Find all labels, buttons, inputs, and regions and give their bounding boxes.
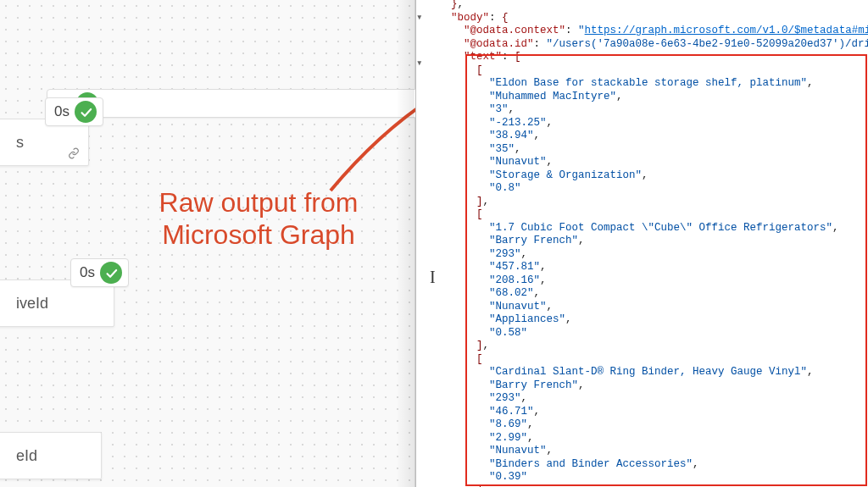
step-duration: 0s <box>80 264 95 281</box>
flow-step-card[interactable]: eId <box>0 432 102 479</box>
step-status-badge: 0s <box>45 97 103 126</box>
link-icon <box>68 147 80 162</box>
check-icon <box>100 262 122 284</box>
step-status-badge: 2s <box>47 89 430 118</box>
step-title: iveId <box>16 295 48 313</box>
json-output-panel[interactable]: ▾ ▾ I }, "body": { "@odata.context": "ht… <box>415 0 868 487</box>
text-cursor-icon: I <box>430 268 436 287</box>
flow-step-card[interactable]: s 0s <box>0 119 89 166</box>
step-status-badge: 0s <box>70 258 129 287</box>
fold-gutter: ▾ ▾ <box>416 0 426 487</box>
annotation-text: Raw output from Microsoft Graph <box>119 186 398 252</box>
step-title: s <box>16 134 24 152</box>
check-icon <box>75 101 97 123</box>
step-title: eId <box>16 447 37 465</box>
flow-designer-canvas[interactable]: 2s s 0s iveId 0s eId <box>0 0 415 487</box>
flow-step-card[interactable]: iveId 0s <box>0 279 114 327</box>
step-duration: 0s <box>54 103 70 120</box>
json-output[interactable]: }, "body": { "@odata.context": "https://… <box>438 0 868 487</box>
